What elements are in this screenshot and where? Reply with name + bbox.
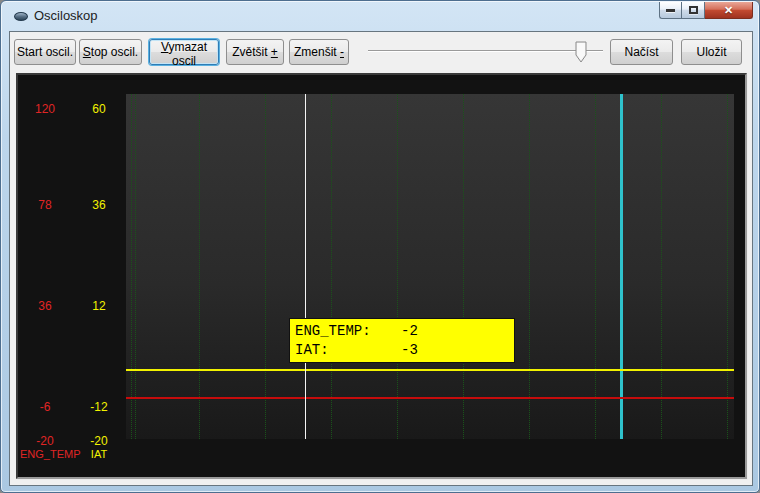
nacist-button[interactable]: Načíst — [610, 39, 673, 65]
iat-trace-line — [126, 369, 734, 371]
axis-tick: 12 — [74, 300, 124, 312]
axis-tick: -20 — [74, 435, 124, 447]
gridline — [661, 94, 662, 439]
axis-tick: -12 — [74, 401, 124, 413]
gridline — [595, 94, 596, 439]
iat-axis-name: IAT — [74, 449, 124, 460]
client-area: Start oscil. Stop oscil. Vymazat oscil Z… — [9, 31, 753, 486]
button-label: Start oscil. — [17, 45, 73, 59]
close-icon: ✕ — [724, 5, 733, 16]
cyan-marker-line — [620, 94, 623, 439]
window-title: Osciloskop — [34, 8, 98, 23]
time-cursor-line — [305, 94, 306, 439]
axis-tick: 78 — [20, 199, 70, 211]
tooltip-label: ENG_TEMP: — [295, 322, 401, 341]
plot-area[interactable]: ENG_TEMP: -2 IAT: -3 — [126, 94, 734, 439]
app-window: Osciloskop ✕ Start oscil. Stop oscil. Vy… — [0, 0, 760, 493]
zmensit-button[interactable]: Zmenšit - — [289, 39, 349, 65]
zvetsit-button[interactable]: Zvětšit + — [226, 39, 284, 65]
tooltip-value: -2 — [401, 322, 418, 341]
button-label: Načíst — [624, 45, 658, 59]
scope-panel: 120 78 36 -6 -20 ENG_TEMP 60 36 12 -12 -… — [16, 73, 747, 479]
iat-axis: 60 36 12 -12 -20 IAT — [74, 75, 124, 477]
button-label: Zvětšit — [232, 45, 271, 59]
axis-tick: 36 — [20, 300, 70, 312]
gridline — [463, 94, 464, 439]
cursor-tooltip: ENG_TEMP: -2 IAT: -3 — [289, 318, 515, 363]
minimize-icon — [666, 9, 675, 12]
maximize-button[interactable] — [681, 2, 705, 19]
maximize-icon — [689, 6, 698, 14]
axis-tick: 120 — [20, 103, 70, 115]
title-bar[interactable]: Osciloskop ✕ — [1, 1, 759, 31]
axis-tick: -6 — [20, 401, 70, 413]
stop-oscil-button[interactable]: Stop oscil. — [79, 39, 142, 65]
zoom-slider[interactable] — [368, 40, 603, 66]
gridline — [131, 94, 132, 439]
minimize-button[interactable] — [659, 2, 681, 19]
gridline — [199, 94, 200, 439]
slider-thumb[interactable] — [575, 41, 587, 63]
gridline — [727, 94, 728, 439]
ulozit-button[interactable]: Uložit — [681, 39, 742, 65]
gridline — [331, 94, 332, 439]
eng-temp-trace-line — [126, 397, 734, 399]
button-label: Uložit — [696, 45, 726, 59]
tooltip-label: IAT: — [295, 341, 401, 360]
eng-temp-axis-name: ENG_TEMP — [20, 449, 70, 460]
slider-track[interactable] — [368, 50, 603, 52]
gridline — [397, 94, 398, 439]
gridline — [135, 94, 136, 439]
close-button[interactable]: ✕ — [705, 2, 753, 19]
gridline — [529, 94, 530, 439]
app-icon — [14, 12, 28, 21]
axis-tick: 60 — [74, 103, 124, 115]
axis-tick: -20 — [20, 435, 70, 447]
start-oscil-button[interactable]: Start oscil. — [14, 39, 76, 65]
axis-tick: 36 — [74, 199, 124, 211]
tooltip-value: -3 — [401, 341, 418, 360]
eng-temp-axis: 120 78 36 -6 -20 ENG_TEMP — [20, 75, 70, 477]
caption-buttons: ✕ — [659, 2, 753, 19]
button-label: Zmenšit — [294, 45, 340, 59]
gridline — [265, 94, 266, 439]
vymazat-oscil-button[interactable]: Vymazat oscil — [149, 39, 219, 65]
